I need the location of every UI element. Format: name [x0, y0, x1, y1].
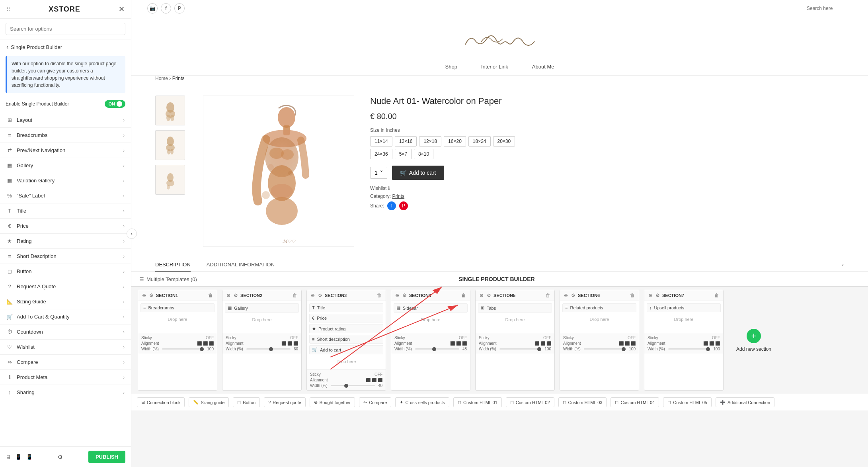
pinterest-share-icon[interactable]: P [399, 201, 408, 210]
drag-icon[interactable]: ⠿ [6, 6, 10, 12]
section-delete-btn-6[interactable]: 🗑 [629, 293, 636, 298]
section-item[interactable]: ⊞ Tabs [478, 303, 552, 313]
align-left-icon[interactable]: ⬛ [281, 341, 286, 346]
section-move-btn-1[interactable]: ⊕ [141, 293, 147, 298]
sidebar-item-add-to-cart[interactable]: 🛒 Add To Cart & Quantity › [0, 309, 131, 324]
sidebar-item-sizing-guide[interactable]: 📐 Sizing Guide › [0, 294, 131, 309]
width-slider-1[interactable] [162, 348, 204, 350]
section-delete-btn-3[interactable]: 🗑 [376, 293, 382, 298]
category-link[interactable]: Prints [392, 193, 404, 199]
close-button[interactable]: ✕ [119, 5, 125, 14]
size-16x20[interactable]: 16×20 [444, 136, 466, 147]
bottom-btn-custom-html-04[interactable]: ◻ Custom HTML 04 [611, 397, 659, 407]
align-right-icon[interactable]: ⬛ [378, 378, 382, 382]
sidebar-item-layout[interactable]: ⊞ Layout › [0, 113, 131, 128]
align-center-icon[interactable]: ⬛ [625, 341, 630, 346]
size-18x24[interactable]: 18×24 [468, 136, 491, 147]
section-item[interactable]: ★ Product rating [309, 324, 383, 333]
sidebar-item-compare[interactable]: ⇔ Compare › [0, 355, 131, 370]
sidebar-item-countdown[interactable]: ⏱ Countdown › [0, 324, 131, 340]
sidebar-item-sharing[interactable]: ↑ Sharing › [0, 385, 131, 400]
align-center-icon[interactable]: ⬛ [540, 341, 545, 346]
tab-description[interactable]: DESCRIPTION [155, 262, 191, 272]
tab-additional-info[interactable]: ADDITIONAL INFORMATION [207, 262, 275, 272]
width-slider-4[interactable] [415, 348, 459, 350]
breadcrumb-home[interactable]: Home [155, 76, 168, 81]
section-item[interactable]: ↑ Upsell products [647, 303, 721, 312]
align-left-icon[interactable]: ⬛ [534, 341, 539, 346]
sidebar-item-rating[interactable]: ★ Rating › [0, 234, 131, 249]
align-left-icon[interactable]: ⬛ [197, 341, 202, 346]
section-item[interactable]: 🛒 Add to cart [309, 345, 383, 354]
facebook-share-icon[interactable]: f [387, 201, 396, 210]
publish-button[interactable]: PUBLISH [88, 451, 125, 463]
bottom-btn-custom-html-03[interactable]: ◻ Custom HTML 03 [558, 397, 607, 407]
nav-about[interactable]: About Me [532, 64, 554, 70]
quantity-selector[interactable]: 1 ˅ [370, 167, 387, 179]
bottom-btn-compare[interactable]: ⇔ Compare [359, 397, 391, 407]
section-delete-btn-1[interactable]: 🗑 [207, 293, 214, 298]
sidebar-item-gallery[interactable]: ▦ Gallery › [0, 158, 131, 173]
section-item[interactable]: € Price [309, 314, 383, 322]
align-right-icon[interactable]: ⬛ [209, 341, 214, 346]
sidebar-item-product-meta[interactable]: ℹ Product Meta › [0, 370, 131, 385]
section-move-btn-3[interactable]: ⊕ [310, 293, 316, 298]
align-left-icon[interactable]: ⬛ [450, 341, 455, 346]
align-center-icon[interactable]: ⬛ [456, 341, 461, 346]
align-left-icon[interactable]: ⬛ [703, 341, 708, 346]
sidebar-item-price[interactable]: € Price › [0, 219, 131, 234]
section-move-btn-7[interactable]: ⊕ [648, 293, 653, 298]
nav-interior[interactable]: Interior Link [481, 64, 508, 70]
search-input[interactable] [6, 23, 125, 35]
sidebar-collapse-button[interactable]: ‹ [127, 229, 137, 239]
bottom-btn-custom-html-02[interactable]: ◻ Custom HTML 02 [506, 397, 554, 407]
align-center-icon[interactable]: ⬛ [372, 378, 376, 382]
enable-toggle[interactable]: ON [105, 100, 126, 108]
bottom-btn-request-quote[interactable]: ? Request quote [264, 397, 306, 407]
sidebar-section-title[interactable]: ‹ Single Product Builder [0, 39, 131, 52]
section-settings-btn-3[interactable]: ⚙ [317, 293, 323, 298]
section-delete-btn-4[interactable]: 🗑 [460, 293, 467, 298]
size-11x14[interactable]: 11×14 [370, 136, 392, 147]
section-move-btn-2[interactable]: ⊕ [226, 293, 231, 298]
section-item[interactable]: ≡ Short description [309, 335, 383, 344]
add-section-button[interactable]: + [747, 329, 761, 343]
sidebar-item-breadcrumbs[interactable]: ≡ Breadcrumbs › [0, 128, 131, 143]
size-12x18[interactable]: 12×18 [419, 136, 441, 147]
section-move-btn-6[interactable]: ⊕ [563, 293, 569, 298]
sidebar-item-title[interactable]: T Title › [0, 203, 131, 219]
templates-button[interactable]: ☰ Multiple Templates (0) [139, 276, 197, 282]
thumbnail-2[interactable] [155, 130, 185, 160]
section-delete-btn-7[interactable]: 🗑 [714, 293, 720, 298]
bottom-btn-button[interactable]: ◻ Button [233, 397, 260, 407]
width-slider-3[interactable] [331, 385, 375, 386]
section-item[interactable]: ≡ Related products [562, 303, 636, 312]
section-move-btn-4[interactable]: ⊕ [394, 293, 400, 298]
section-item[interactable]: T Title [309, 303, 383, 312]
bottom-btn-additional-connection[interactable]: ➕ Additional Connection [716, 397, 774, 407]
section-item[interactable]: ▦ Sidebar [394, 303, 468, 313]
section-settings-btn-5[interactable]: ⚙ [486, 293, 492, 298]
width-slider-2[interactable] [246, 348, 291, 350]
bottom-btn-sizing-guide[interactable]: 📏 Sizing guide [189, 397, 229, 407]
section-delete-btn-5[interactable]: 🗑 [545, 293, 551, 298]
section-item[interactable]: ≡ Breadcrumbs [140, 303, 215, 312]
section-settings-btn-2[interactable]: ⚙ [233, 293, 239, 298]
bottom-btn-cross-sells[interactable]: ✦ Cross-sells products [395, 397, 449, 407]
width-slider-6[interactable] [584, 348, 626, 350]
align-right-icon[interactable]: ⬛ [546, 341, 551, 346]
bottom-btn-custom-html-01[interactable]: ◻ Custom HTML 01 [453, 397, 502, 407]
sidebar-item-button[interactable]: ◻ Button › [0, 264, 131, 279]
section-settings-btn-1[interactable]: ⚙ [148, 293, 154, 298]
tablet-icon[interactable]: 📱 [15, 454, 22, 460]
sidebar-item-wishlist[interactable]: ♡ Wishlist › [0, 340, 131, 355]
section-move-btn-5[interactable]: ⊕ [479, 293, 484, 298]
section-settings-btn-6[interactable]: ⚙ [570, 293, 576, 298]
gear-icon[interactable]: ⚙ [58, 454, 63, 460]
align-right-icon[interactable]: ⬛ [293, 341, 298, 346]
align-left-icon[interactable]: ⬛ [366, 378, 371, 382]
width-slider-5[interactable] [499, 348, 541, 350]
sidebar-item-variation-gallery[interactable]: ▦ Variation Gallery › [0, 173, 131, 188]
section-delete-btn-2[interactable]: 🗑 [292, 293, 298, 298]
align-center-icon[interactable]: ⬛ [709, 341, 714, 346]
